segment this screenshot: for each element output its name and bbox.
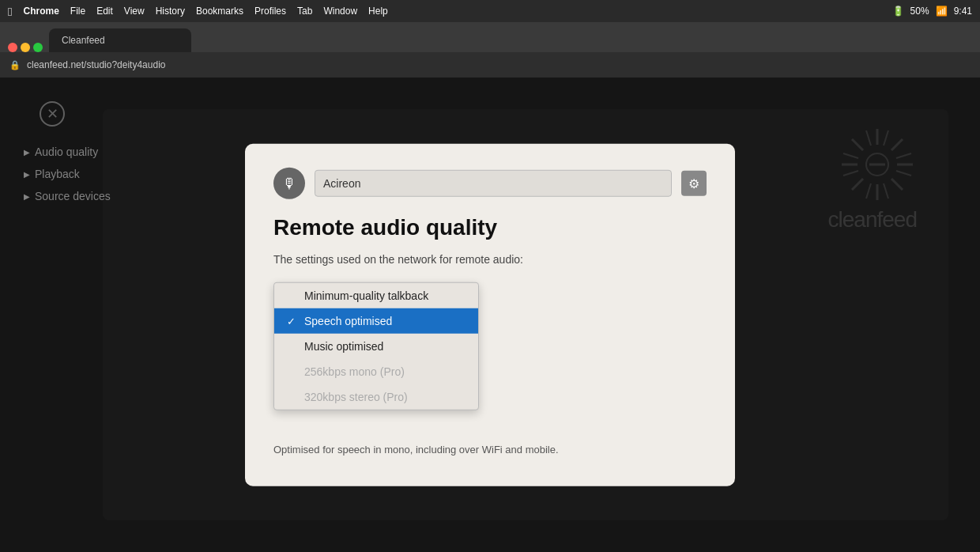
dropdown-label-music: Music optimised (304, 340, 383, 353)
app-name[interactable]: Chrome (23, 6, 58, 17)
menu-profiles[interactable]: Profiles (254, 6, 286, 17)
menu-history[interactable]: History (156, 6, 185, 17)
window-close-button[interactable] (8, 43, 17, 52)
menu-view[interactable]: View (124, 6, 145, 17)
dialog-description: The settings used on the network for rem… (273, 251, 707, 268)
addressbar: 🔒 cleanfeed.net/studio?deity4audio (0, 52, 980, 78)
tab-title: Cleanfeed (62, 35, 105, 46)
wifi-icon: 📶 (936, 6, 948, 17)
clock: 9:41 (954, 6, 972, 17)
dropdown-item-speech[interactable]: ✓ Speech optimised (274, 308, 478, 334)
dropdown-item-320kbps: 320kbps stereo (Pro) (274, 384, 478, 410)
apple-menu[interactable]:  (8, 5, 12, 18)
dropdown-label-minimum: Minimum-quality talkback (304, 289, 428, 302)
menu-file[interactable]: File (70, 6, 85, 17)
checkmark-speech: ✓ (287, 315, 298, 327)
battery-icon: 🔋 (892, 6, 904, 17)
lock-icon: 🔒 (9, 60, 21, 70)
dropdown-item-256kbps: 256kbps mono (Pro) (274, 359, 478, 384)
menu-window[interactable]: Window (323, 6, 357, 17)
menu-items: File Edit View History Bookmarks Profile… (70, 6, 388, 17)
menu-edit[interactable]: Edit (96, 6, 113, 17)
dropdown-item-minimum[interactable]: Minimum-quality talkback (274, 283, 478, 308)
window-controls (8, 43, 43, 52)
dropdown-label-speech: Speech optimised (304, 315, 392, 327)
tabbar: Cleanfeed (0, 22, 980, 52)
menu-tab[interactable]: Tab (297, 6, 312, 17)
mic-icon: 🎙 (273, 168, 305, 199)
dialog-title: Remote audio quality (273, 215, 707, 240)
dropdown-label-320: 320kbps stereo (Pro) (304, 391, 408, 403)
dropdown-menu: Minimum-quality talkback ✓ Speech optimi… (273, 282, 479, 410)
dialog-top-row: 🎙 ⚙ (273, 168, 707, 199)
name-input[interactable] (315, 170, 672, 197)
settings-dialog: 🎙 ⚙ Remote audio quality The settings us… (245, 144, 735, 486)
menubar:  Chrome File Edit View History Bookmark… (0, 0, 980, 22)
battery-level: 50% (910, 6, 929, 17)
dialog-description-sub: Optimised for speech in mono, including … (273, 442, 707, 458)
gear-button[interactable]: ⚙ (681, 171, 707, 196)
url-display[interactable]: cleanfeed.net/studio?deity4audio (27, 59, 165, 70)
menubar-right: 🔋 50% 📶 9:41 (892, 6, 972, 17)
window-minimize-button[interactable] (21, 43, 30, 52)
dropdown-item-music[interactable]: Music optimised (274, 334, 478, 359)
menu-help[interactable]: Help (368, 6, 388, 17)
app-area: ▶ Audio quality ▶ Playback ▶ Source devi… (0, 78, 980, 552)
browser-tab[interactable]: Cleanfeed (49, 28, 191, 52)
menu-bookmarks[interactable]: Bookmarks (196, 6, 243, 17)
window-maximize-button[interactable] (33, 43, 43, 52)
dropdown-label-256: 256kbps mono (Pro) (304, 365, 405, 378)
